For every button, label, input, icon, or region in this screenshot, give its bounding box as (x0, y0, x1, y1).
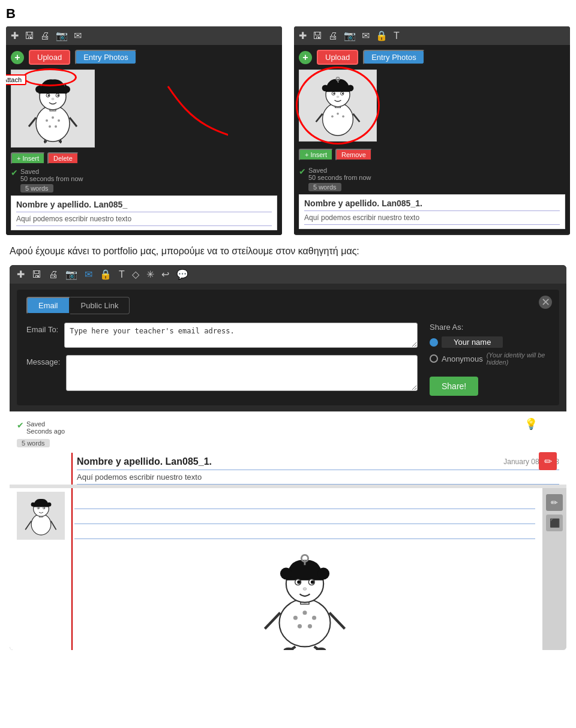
your-name-radio[interactable] (430, 338, 438, 347)
right-add-button[interactable]: + (299, 51, 312, 64)
share-button[interactable]: Share! (430, 377, 478, 396)
right-saved-status: ✔ Saved 50 seconds from now 5 words (299, 167, 565, 192)
left-screenshot-content: + Upload Entry Photos (6, 45, 282, 235)
bottom-toolbar-diamond-icon[interactable]: ◇ (132, 269, 139, 280)
left-upload-button[interactable]: Upload (29, 50, 70, 65)
svg-point-51 (293, 616, 298, 620)
right-lined-area: Nombre y apellido. Lan085_1. Aquí podemo… (299, 194, 565, 229)
right-photo-placeholder (299, 70, 377, 142)
svg-point-36 (337, 96, 339, 98)
svg-point-59 (317, 568, 329, 580)
bottom-check-icon: ✔ (17, 420, 24, 430)
anonymous-option-label: Anonymous (442, 354, 483, 363)
email-tab[interactable]: Email (26, 297, 70, 314)
svg-point-14 (52, 98, 54, 100)
right-toolbar-text-icon[interactable]: T (394, 31, 400, 41)
svg-point-2 (52, 116, 54, 119)
svg-point-53 (312, 616, 316, 620)
right-saved-time: 50 seconds from now (308, 174, 371, 181)
right-toolbar-email-icon[interactable]: ✉ (362, 30, 370, 41)
left-toolbar-email-icon[interactable]: ✉ (74, 30, 82, 41)
bottom-toolbar-print-icon[interactable]: 🖨 (49, 269, 58, 280)
left-insert-button[interactable]: + Insert (11, 152, 45, 164)
bottom-right-tools: ✏ ⬛ (542, 488, 566, 650)
right-photo-actions: + Insert Remove (299, 149, 383, 161)
right-toolbar-plus-icon[interactable]: ✚ (299, 30, 307, 41)
pencil-edit-button[interactable]: ✏ (539, 452, 557, 470)
bottom-toolbar-plus-icon[interactable]: ✚ (17, 269, 25, 280)
svg-point-4 (49, 125, 51, 128)
bottom-toolbar: ✚ 🖫 🖨 📷 ✉ 🔒 T ◇ ✳ ↩ 💬 (10, 265, 566, 284)
red-arrow-svg (156, 74, 228, 194)
bottom-screenshot: ✚ 🖫 🖨 📷 ✉ 🔒 T ◇ ✳ ↩ 💬 Email Public Link … (10, 265, 566, 650)
bottom-toolbar-lock-icon[interactable]: 🔒 (100, 269, 112, 280)
bottom-words-badge: 5 words (17, 439, 50, 447)
svg-point-50 (280, 599, 331, 646)
svg-point-24 (337, 113, 339, 115)
bottom-image-area: ✏ ⬛ (10, 488, 566, 650)
entry-title-row: Nombre y apellido. Lan085_1. January 08,… (77, 456, 559, 470)
bottom-tool-settings-button[interactable]: ⬛ (546, 515, 563, 531)
dialog-close-button[interactable]: ✕ (539, 296, 552, 309)
left-toolbar-camera-icon[interactable]: 📷 (56, 30, 68, 41)
left-screenshot-panel: ✚ 🖫 🖨 📷 ✉ + Upload Entry Photos (6, 26, 282, 235)
bottom-toolbar-star-icon[interactable]: ✳ (146, 269, 154, 280)
svg-point-64 (297, 580, 301, 584)
left-entry-text: Aquí podemos escribir nuestro texto (16, 215, 272, 226)
svg-point-58 (280, 568, 292, 580)
email-to-input[interactable]: Type here your teacher's email adress. (64, 323, 418, 348)
right-toolbar-save-icon[interactable]: 🖫 (313, 31, 322, 41)
bottom-left-mafalda (17, 492, 65, 540)
svg-point-12 (48, 95, 50, 97)
bottom-toolbar-camera-icon[interactable]: 📷 (65, 269, 77, 280)
right-toolbar-lock-icon[interactable]: 🔒 (376, 30, 388, 41)
left-words-badge: 5 words (20, 184, 53, 192)
bottom-saved-time: Seconds ago (26, 428, 65, 435)
bottom-entry-title: Nombre y apellido. Lan085_1. (77, 456, 212, 467)
bottom-toolbar-comment-icon[interactable]: 💬 (176, 269, 188, 280)
svg-point-29 (347, 85, 353, 91)
bottom-toolbar-save-icon[interactable]: 🖫 (32, 269, 41, 280)
svg-point-65 (311, 580, 314, 584)
email-dialog: Email Public Link ✕ Email To: Type here … (17, 290, 559, 405)
public-link-tab[interactable]: Public Link (70, 297, 130, 314)
left-toolbar-save-icon[interactable]: 🖫 (25, 31, 34, 41)
vertical-line-2 (71, 488, 73, 650)
right-upload-bar: + Upload Entry Photos (299, 50, 565, 65)
left-toolbar-plus-icon[interactable]: ✚ (11, 30, 19, 41)
svg-point-52 (302, 610, 307, 615)
left-saved-label: Saved (20, 168, 83, 175)
left-entry-photos-button[interactable]: Entry Photos (75, 50, 136, 65)
bottom-tool-pencil-button[interactable]: ✏ (546, 494, 563, 511)
right-toolbar-print-icon[interactable]: 🖨 (328, 31, 338, 41)
entry-header: Nombre y apellido. Lan085_1. January 08,… (10, 453, 566, 485)
message-input[interactable] (66, 355, 418, 391)
left-delete-button[interactable]: Delete (47, 152, 79, 164)
right-entry-photos-button[interactable]: Entry Photos (363, 50, 424, 65)
bottom-toolbar-text-icon[interactable]: T (119, 269, 125, 280)
bottom-toolbar-undo-icon[interactable]: ↩ (161, 269, 169, 280)
left-add-button[interactable]: + (11, 51, 24, 64)
anonymous-row: Anonymous (Your identity will be hidden) (430, 351, 550, 366)
bottom-content-area: ✔ Saved Seconds ago 5 words 💡 Nombre y (10, 411, 566, 650)
dialog-left-form: Email To: Type here your teacher's email… (26, 323, 418, 398)
message-label: Message: (26, 355, 60, 366)
share-as-label: Share As: (430, 323, 550, 332)
right-remove-button[interactable]: Remove (335, 149, 372, 161)
svg-line-49 (50, 521, 56, 530)
svg-point-54 (298, 624, 302, 628)
left-attach-button[interactable]: Attach (6, 74, 26, 85)
right-screenshot-panel: ✚ 🖫 🖨 📷 ✉ 🔒 T + Upload Entry Photos (294, 26, 570, 235)
right-upload-button[interactable]: Upload (317, 50, 358, 65)
message-row: Message: (26, 355, 418, 391)
right-screenshot-content: + Upload Entry Photos (294, 45, 570, 234)
svg-point-34 (333, 93, 335, 95)
anonymous-radio[interactable] (430, 354, 438, 363)
svg-line-48 (25, 521, 31, 530)
bottom-toolbar-email-icon[interactable]: ✉ (85, 269, 92, 280)
right-insert-button[interactable]: + Insert (299, 149, 333, 161)
left-toolbar-print-icon[interactable]: 🖨 (40, 31, 50, 41)
right-toolbar-camera-icon[interactable]: 📷 (344, 30, 356, 41)
left-photo-actions: + Insert Delete (11, 152, 95, 164)
big-mafalda-svg (257, 548, 353, 650)
